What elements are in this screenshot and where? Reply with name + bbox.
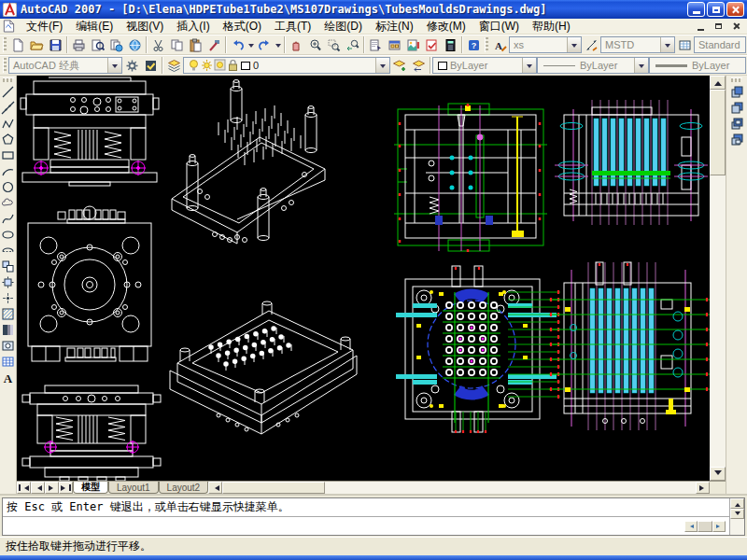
horizontal-scroll-track[interactable]: [325, 482, 696, 494]
polygon-button[interactable]: [0, 132, 16, 147]
horizontal-scroll-thumb[interactable]: [222, 482, 325, 494]
insert-block-button[interactable]: [0, 259, 16, 274]
markup-set-manager-button[interactable]: [422, 35, 441, 54]
open-button[interactable]: [27, 35, 46, 54]
menu-draw[interactable]: 绘图(D): [317, 19, 369, 35]
spline-button[interactable]: [0, 211, 16, 227]
command-input-line[interactable]: [3, 516, 729, 535]
workspace-combo[interactable]: AutoCAD 经典: [8, 57, 122, 74]
vertical-scrollbar[interactable]: [710, 76, 726, 494]
doc-close-button[interactable]: [728, 21, 743, 33]
menu-insert[interactable]: 插入(I): [170, 19, 216, 35]
send-under-objects-button[interactable]: [729, 132, 745, 147]
menu-modify[interactable]: 修改(M): [420, 19, 472, 35]
rectangle-button[interactable]: [0, 147, 16, 163]
cmd-scroll-up-button[interactable]: [730, 498, 744, 509]
color-combo[interactable]: ByLayer: [432, 57, 537, 74]
table-style-button[interactable]: [675, 35, 694, 54]
toolbar-grip[interactable]: [3, 58, 7, 73]
region-button[interactable]: [0, 338, 16, 354]
scroll-down-button[interactable]: [710, 467, 726, 481]
menu-dimension[interactable]: 标注(N): [369, 19, 420, 35]
chevron-down-icon[interactable]: [660, 37, 674, 52]
scroll-left-button[interactable]: [208, 482, 222, 494]
save-button[interactable]: [46, 35, 64, 54]
cmd-scroll-left-button[interactable]: [684, 521, 698, 532]
command-scrollbar[interactable]: [729, 498, 744, 535]
menu-window[interactable]: 窗口(W): [472, 19, 526, 35]
cmd-scroll-down-button[interactable]: [730, 509, 744, 519]
send-to-back-button[interactable]: [729, 100, 745, 116]
undo-dropdown-button[interactable]: [247, 35, 255, 54]
revision-cloud-button[interactable]: [0, 195, 16, 211]
menu-tools[interactable]: 工具(T): [268, 19, 317, 35]
toolbar-grip[interactable]: [731, 77, 742, 82]
tab-layout1[interactable]: Layout1: [108, 482, 159, 494]
ellipse-button[interactable]: [0, 227, 16, 243]
cmd-scroll-right-button[interactable]: [712, 521, 726, 532]
doc-minimize-button[interactable]: [693, 21, 708, 33]
polyline-button[interactable]: [0, 116, 16, 132]
bring-to-front-button[interactable]: [729, 84, 745, 100]
menu-edit[interactable]: 编辑(E): [69, 19, 120, 35]
make-object-layer-current-button[interactable]: [390, 56, 409, 75]
redo-dropdown-button[interactable]: [274, 35, 282, 54]
tab-last-button[interactable]: [59, 482, 73, 494]
scroll-right-button[interactable]: [696, 482, 710, 494]
dim-style-button[interactable]: [582, 35, 600, 54]
layer-previous-button[interactable]: [409, 56, 428, 75]
multiline-text-button[interactable]: A: [0, 370, 16, 385]
chevron-down-icon[interactable]: [522, 58, 536, 73]
zoom-realtime-button[interactable]: [305, 35, 324, 54]
command-input-scrollbar[interactable]: [684, 521, 726, 532]
make-block-button[interactable]: [0, 274, 16, 290]
match-properties-button[interactable]: [204, 35, 223, 54]
tab-next-button[interactable]: [45, 482, 59, 494]
toolbar-grip[interactable]: [3, 77, 14, 82]
restore-button[interactable]: [707, 2, 725, 17]
cmd-scroll-thumb[interactable]: [698, 521, 712, 532]
chevron-down-icon[interactable]: [375, 58, 389, 73]
vertical-scroll-track[interactable]: [710, 175, 726, 467]
help-button[interactable]: ?: [464, 35, 483, 54]
tab-prev-button[interactable]: [31, 482, 45, 494]
vertical-scroll-thumb[interactable]: [710, 90, 726, 175]
menu-view[interactable]: 视图(V): [120, 19, 170, 35]
table-style-combo[interactable]: Standard: [694, 36, 746, 53]
designcenter-button[interactable]: [385, 35, 403, 54]
menu-help[interactable]: 帮助(H): [526, 19, 577, 35]
zoom-previous-button[interactable]: [343, 35, 361, 54]
undo-button[interactable]: [228, 35, 247, 54]
dim-style-combo[interactable]: MSTD: [600, 36, 675, 53]
tab-model[interactable]: 模型: [73, 482, 108, 494]
tool-palettes-button[interactable]: [403, 35, 422, 54]
linetype-combo[interactable]: ByLayer: [537, 57, 649, 74]
plot-preview-button[interactable]: [88, 35, 106, 54]
3d-dwf-button[interactable]: [125, 35, 144, 54]
table-button[interactable]: [0, 354, 16, 370]
quickcalc-button[interactable]: [441, 35, 459, 54]
drawing-canvas[interactable]: [17, 76, 710, 481]
horizontal-scrollbar[interactable]: [208, 482, 710, 494]
hatch-button[interactable]: [0, 306, 16, 322]
copy-button[interactable]: [167, 35, 186, 54]
line-button[interactable]: [0, 84, 16, 100]
zoom-window-button[interactable]: [324, 35, 343, 54]
text-style-button[interactable]: A: [490, 35, 509, 54]
construction-line-button[interactable]: [0, 100, 16, 116]
tab-first-button[interactable]: [17, 482, 31, 494]
chevron-down-icon[interactable]: [567, 37, 581, 52]
workspace-settings-button[interactable]: [122, 56, 141, 75]
minimize-button[interactable]: [687, 2, 705, 17]
paste-button[interactable]: [186, 35, 204, 54]
point-button[interactable]: [0, 290, 16, 306]
chevron-down-icon[interactable]: [634, 58, 648, 73]
tab-layout2[interactable]: Layout2: [159, 482, 209, 494]
properties-button[interactable]: [366, 35, 385, 54]
chevron-down-icon[interactable]: [107, 58, 121, 73]
menu-file[interactable]: 文件(F): [20, 19, 69, 35]
publish-button[interactable]: [106, 35, 125, 54]
text-style-combo[interactable]: xs: [509, 36, 582, 53]
my-workspace-button[interactable]: [141, 56, 160, 75]
gradient-button[interactable]: [0, 322, 16, 338]
